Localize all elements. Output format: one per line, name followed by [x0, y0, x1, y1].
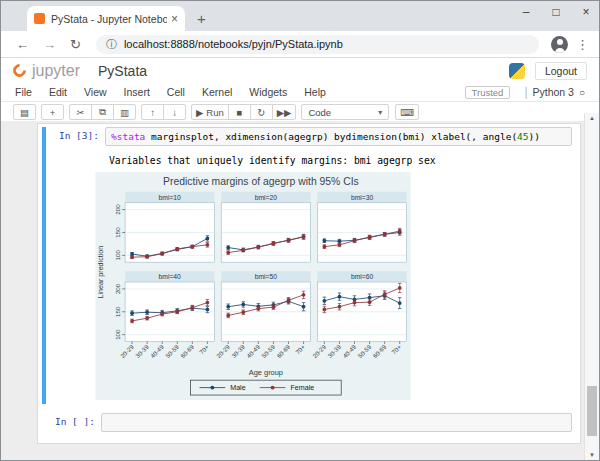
chevron-down-icon: ▾: [378, 108, 382, 117]
notebook-title[interactable]: PyStata: [98, 63, 147, 79]
kernel-divider: |: [524, 85, 527, 99]
tab-title: PyStata - Jupyter Notebook: [51, 13, 167, 25]
browser-titlebar: PyStata - Jupyter Notebook × + – □ ×: [1, 1, 599, 31]
run-label: Run: [206, 107, 223, 118]
new-tab-button[interactable]: +: [197, 10, 206, 27]
code-number: 45: [517, 131, 528, 142]
cell-type-value: Code: [308, 107, 331, 118]
move-cell-down-button[interactable]: ↓: [163, 104, 186, 120]
svg-text:bmi=20: bmi=20: [255, 194, 278, 201]
copy-icon: ⧉: [99, 106, 106, 118]
url-text: localhost:8888/notebooks/pyjn/PyStata.ip…: [124, 38, 343, 50]
svg-text:Predictive margins of agegrp w: Predictive margins of agegrp with 95% CI…: [163, 176, 359, 187]
window-controls: – □ ×: [519, 5, 593, 19]
svg-text:Female: Female: [290, 384, 314, 392]
empty-code-input[interactable]: [101, 413, 572, 432]
fast-forward-icon: ▶▶: [277, 107, 292, 118]
stdout-text: Variables that uniquely identify margins…: [109, 155, 576, 166]
save-button[interactable]: ▤: [13, 104, 36, 120]
menu-edit[interactable]: Edit: [49, 86, 67, 98]
empty-input-prompt: In [ ]:: [42, 413, 101, 427]
trusted-badge[interactable]: Trusted: [465, 86, 511, 99]
svg-text:bmi=10: bmi=10: [159, 194, 182, 201]
minimize-button[interactable]: –: [519, 5, 533, 19]
notebook-content: In [3]: %stata marginsplot, xdimension(a…: [1, 121, 599, 460]
run-icon: ▶: [196, 107, 203, 118]
back-icon[interactable]: ←: [16, 37, 29, 52]
profile-avatar[interactable]: [551, 36, 568, 53]
scroll-up-icon[interactable]: ▲: [585, 115, 599, 121]
svg-text:bmi=30: bmi=30: [351, 194, 374, 201]
arrow-down-icon: ↓: [172, 107, 177, 118]
url-field[interactable]: ⓘ localhost:8888/notebooks/pyjn/PyStata.…: [96, 35, 539, 54]
svg-text:150: 150: [114, 227, 121, 238]
jupyter-favicon-icon: [34, 13, 45, 24]
menu-file[interactable]: File: [15, 86, 32, 98]
svg-text:Age group: Age group: [249, 368, 283, 377]
python-logo-icon: [509, 63, 525, 79]
command-palette-button[interactable]: ⌨: [395, 104, 419, 120]
code-magic: %stata: [111, 131, 145, 142]
address-bar: ← → ↻ ⓘ localhost:8888/notebooks/pyjn/Py…: [1, 31, 599, 58]
maximize-button[interactable]: □: [549, 5, 563, 19]
svg-text:150: 150: [114, 306, 121, 317]
empty-code-cell[interactable]: In [ ]:: [42, 413, 576, 432]
paste-cell-button[interactable]: ▥: [113, 104, 136, 120]
code-body: marginsplot, xdimension(agegrp) bydimens…: [145, 131, 517, 142]
code-input[interactable]: %stata marginsplot, xdimension(agegrp) b…: [105, 127, 572, 146]
kernel-name: Python 3: [533, 86, 574, 98]
run-button[interactable]: ▶Run: [191, 104, 229, 120]
move-cell-up-button[interactable]: ↑: [141, 104, 164, 120]
browser-menu-icon[interactable]: ⋮: [576, 37, 589, 52]
copy-cell-button[interactable]: ⧉: [91, 104, 114, 120]
stata-marginsplot-chart: Predictive margins of agegrp with 95% CI…: [94, 172, 576, 404]
scroll-down-icon[interactable]: ▼: [585, 452, 599, 458]
browser-tab[interactable]: PyStata - Jupyter Notebook ×: [27, 6, 185, 31]
save-icon: ▤: [20, 107, 29, 118]
tab-close-icon[interactable]: ×: [171, 12, 178, 26]
reload-icon[interactable]: ↻: [70, 37, 81, 52]
add-cell-button[interactable]: +: [41, 104, 64, 120]
kernel-idle-icon: ○: [579, 87, 585, 98]
code-cell[interactable]: In [3]: %stata marginsplot, xdimension(a…: [42, 127, 576, 404]
cut-cell-button[interactable]: ✂: [69, 104, 92, 120]
code-close: )): [529, 131, 540, 142]
add-cell-icon: +: [50, 107, 56, 118]
svg-text:bmi=40: bmi=40: [159, 273, 182, 280]
jupyter-logo-icon[interactable]: [10, 61, 28, 79]
menu-cell[interactable]: Cell: [167, 86, 185, 98]
jupyter-brand[interactable]: jupyter: [32, 62, 80, 80]
menu-widgets[interactable]: Widgets: [249, 86, 287, 98]
jupyter-header: jupyter PyStata Logout: [1, 58, 599, 83]
close-button[interactable]: ×: [579, 5, 593, 19]
menu-kernel[interactable]: Kernel: [202, 86, 232, 98]
menu-view[interactable]: View: [84, 86, 107, 98]
keyboard-icon: ⌨: [400, 107, 414, 118]
browser-window: PyStata - Jupyter Notebook × + – □ × ← →…: [0, 0, 600, 461]
scrollbar-thumb[interactable]: [587, 386, 597, 436]
restart-icon: ↻: [257, 107, 265, 118]
menu-help[interactable]: Help: [304, 86, 326, 98]
notebook-toolbar: ▤ + ✂ ⧉ ▥ ↑ ↓ ▶Run ■ ↻ ▶▶ Code ▾ ⌨: [1, 102, 599, 123]
svg-text:100: 100: [114, 329, 121, 340]
scrollbar[interactable]: ▲ ▼: [584, 113, 599, 460]
interrupt-kernel-button[interactable]: ■: [228, 104, 251, 120]
restart-kernel-button[interactable]: ↻: [250, 104, 273, 120]
svg-text:bmi=50: bmi=50: [255, 273, 278, 280]
svg-text:Male: Male: [230, 384, 245, 392]
forward-icon[interactable]: →: [43, 37, 56, 52]
cell-type-dropdown[interactable]: Code ▾: [301, 104, 389, 120]
svg-text:200: 200: [114, 283, 121, 294]
paste-icon: ▥: [120, 107, 129, 118]
svg-text:Linear prediction: Linear prediction: [97, 246, 105, 299]
page-info-icon[interactable]: ⓘ: [106, 37, 117, 52]
input-prompt: In [3]:: [46, 127, 105, 141]
notebook-card: In [3]: %stata marginsplot, xdimension(a…: [37, 123, 581, 444]
arrow-up-icon: ↑: [150, 107, 155, 118]
logout-button[interactable]: Logout: [535, 62, 587, 80]
menu-insert[interactable]: Insert: [124, 86, 150, 98]
svg-text:bmi=60: bmi=60: [351, 273, 374, 280]
restart-run-all-button[interactable]: ▶▶: [272, 104, 297, 120]
cut-icon: ✂: [77, 107, 85, 118]
stop-icon: ■: [236, 107, 242, 118]
